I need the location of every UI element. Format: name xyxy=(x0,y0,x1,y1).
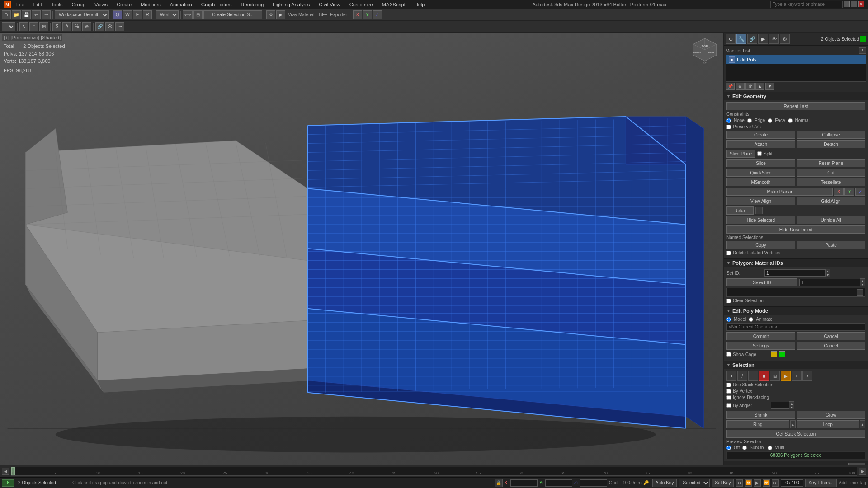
multi-radio[interactable] xyxy=(768,446,772,450)
unhide-all-btn[interactable]: Unhide All xyxy=(797,216,865,224)
split-check[interactable] xyxy=(757,151,762,156)
tb-rotate[interactable]: E xyxy=(133,10,142,19)
grow-btn[interactable]: Grow xyxy=(797,411,865,419)
commit-btn[interactable]: Commit xyxy=(726,332,795,340)
msmooth-btn[interactable]: MSmooth xyxy=(726,178,795,186)
cage-color1[interactable] xyxy=(771,351,777,357)
loop-btn[interactable]: Loop xyxy=(797,420,859,428)
z-btn[interactable]: Z xyxy=(855,188,865,196)
modifier-list-box[interactable]: ■ Edit Poly xyxy=(726,55,866,82)
set-id-dn[interactable]: ▼ xyxy=(826,273,830,277)
cmd-modify-icon[interactable]: 🔧 xyxy=(736,34,746,44)
y-coord-input[interactable] xyxy=(545,479,572,487)
sel-id-up[interactable]: ▲ xyxy=(860,279,865,282)
attach-btn[interactable]: Attach xyxy=(726,140,795,148)
epm-settings-btn[interactable]: Settings xyxy=(726,342,795,350)
tb-redo[interactable]: ↪ xyxy=(42,10,51,19)
timeline-track[interactable]: 0 5 10 15 20 25 30 35 40 45 50 55 60 65 … xyxy=(11,467,857,476)
copy-btn[interactable]: Copy xyxy=(726,241,795,249)
relax-btn[interactable]: Relax xyxy=(726,206,754,215)
frame-input[interactable] xyxy=(2,479,14,487)
border-mode-icon[interactable]: ⌐ xyxy=(748,371,758,381)
mod-pin-btn[interactable]: 📌 xyxy=(726,83,735,90)
ring-spinner-up[interactable]: ▲ xyxy=(790,420,796,428)
nav-lock-icon[interactable]: 🔒 xyxy=(495,479,503,487)
use-stack-check[interactable] xyxy=(726,383,731,387)
soft-sel-clear-btn[interactable]: Clear xyxy=(848,463,865,465)
relax-settings-icon[interactable] xyxy=(755,207,763,214)
paste-btn[interactable]: Paste xyxy=(797,241,865,249)
viewport[interactable]: [+] [Perspective] [Shaded] Total 2 Objec… xyxy=(0,33,723,465)
tb-move[interactable]: W xyxy=(123,10,132,19)
tb-link[interactable]: 🔗 xyxy=(95,22,104,31)
sel-id-dn[interactable]: ▼ xyxy=(860,282,865,286)
select-id-val[interactable] xyxy=(799,279,860,286)
tb-open[interactable]: 📁 xyxy=(12,10,21,19)
y-btn[interactable]: Y xyxy=(844,188,854,196)
off-radio[interactable] xyxy=(726,446,731,450)
ignore-backfacing-check[interactable] xyxy=(726,395,731,400)
menu-graph-editors[interactable]: Graph Editors xyxy=(198,1,236,8)
reset-plane-btn[interactable]: Reset Plane xyxy=(797,159,865,167)
frame-number-input[interactable] xyxy=(781,479,803,487)
edge-mode-icon[interactable]: / xyxy=(737,371,747,381)
ring-btn[interactable]: Ring xyxy=(726,420,789,428)
key-filters-btn[interactable]: Key Filters... xyxy=(805,479,837,487)
tb-save[interactable]: 💾 xyxy=(22,10,31,19)
tb-x[interactable]: X xyxy=(353,10,362,19)
menu-group[interactable]: Group xyxy=(68,1,89,8)
mat-preview-settings[interactable] xyxy=(857,289,863,296)
vertex-mode-icon[interactable]: • xyxy=(726,371,736,381)
by-angle-input[interactable]: 45,0 xyxy=(771,402,789,409)
tb-percent-snap[interactable]: % xyxy=(72,22,81,31)
constraint-normal-radio[interactable] xyxy=(788,118,793,123)
cage-color2[interactable] xyxy=(779,351,785,357)
sel-filter-icon[interactable]: ▶ xyxy=(781,371,791,381)
sel-icon-extra2[interactable]: × xyxy=(802,371,812,381)
set-id-input[interactable] xyxy=(764,269,825,277)
menu-civil-view[interactable]: Civil View xyxy=(315,1,344,8)
tb-bind-space-warp[interactable]: 〜 xyxy=(115,22,124,31)
selected-dropdown[interactable]: Selected xyxy=(679,479,710,487)
reference-coord-dropdown[interactable]: World xyxy=(156,10,179,19)
sel-icon-extra[interactable]: + xyxy=(792,371,802,381)
cmd-display-icon[interactable]: 👁 xyxy=(769,34,779,44)
cmd-hierarchy-icon[interactable]: 🔗 xyxy=(747,34,757,44)
tb-snap-toggle[interactable]: S xyxy=(52,22,61,31)
menu-modifiers[interactable]: Modifiers xyxy=(137,1,165,8)
set-id-up[interactable]: ▲ xyxy=(826,269,830,273)
cut-btn[interactable]: Cut xyxy=(797,169,865,177)
timeline-prev-btn[interactable]: ◀ xyxy=(2,468,9,475)
auto-key-btn[interactable]: Auto Key xyxy=(652,479,677,487)
tb-render-setup[interactable]: ⚙ xyxy=(266,10,275,19)
tb-render[interactable]: ▶ xyxy=(276,10,285,19)
menu-animation[interactable]: Animation xyxy=(166,1,196,8)
play-btn[interactable]: ▶ xyxy=(754,479,761,487)
constraint-edge-radio[interactable] xyxy=(747,118,752,123)
animate-radio[interactable] xyxy=(749,317,753,322)
constraint-none-radio[interactable] xyxy=(726,118,731,123)
tb-unlink[interactable]: ⛓ xyxy=(105,22,114,31)
timeline-next-btn[interactable]: ▶ xyxy=(859,468,866,475)
create-btn[interactable]: Create xyxy=(726,131,795,139)
by-vertex-check[interactable] xyxy=(726,389,731,394)
menu-lighting[interactable]: Lighting Analysis xyxy=(269,1,313,8)
x-btn[interactable]: X xyxy=(834,188,844,196)
play-prev-btn[interactable]: ⏮ xyxy=(736,479,743,487)
hide-unselected-btn[interactable]: Hide Unselected xyxy=(726,225,865,234)
tb-scale[interactable]: R xyxy=(143,10,152,19)
mod-move-dn-btn[interactable]: ▼ xyxy=(765,83,774,90)
window-maximize[interactable]: □ xyxy=(851,1,857,7)
tb-z[interactable]: Z xyxy=(373,10,382,19)
by-angle-check[interactable] xyxy=(726,403,731,408)
menu-views[interactable]: Views xyxy=(91,1,111,8)
tb-spinner-snap[interactable]: ⊕ xyxy=(82,22,91,31)
collapse-btn[interactable]: Collapse xyxy=(797,131,865,139)
modifier-list-dropdown-btn[interactable]: ▼ xyxy=(859,47,866,54)
epm-cancel-btn[interactable]: Cancel xyxy=(797,342,865,350)
search-input[interactable] xyxy=(770,1,843,8)
menu-edit[interactable]: Edit xyxy=(30,1,46,8)
workspace-dropdown[interactable]: Workspace: Default xyxy=(55,10,109,19)
model-radio[interactable] xyxy=(726,317,731,322)
create-selection-btn[interactable]: Create Selection S... xyxy=(203,10,262,19)
